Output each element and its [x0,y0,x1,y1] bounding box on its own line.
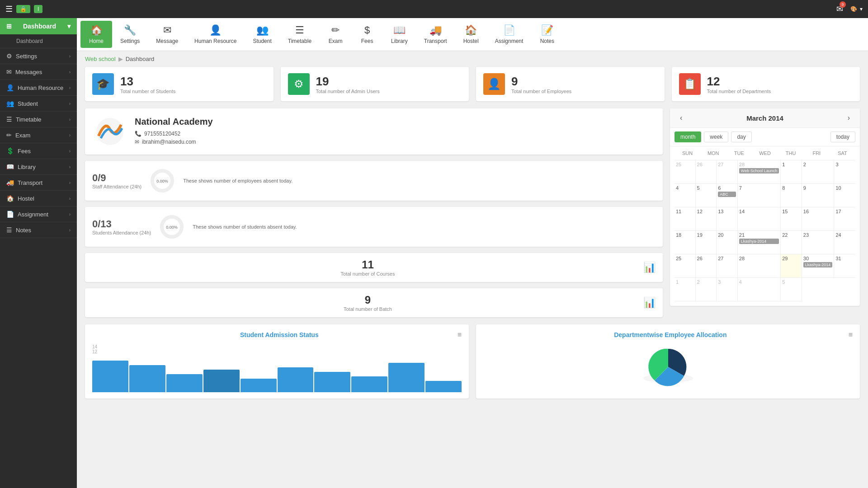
calendar-day[interactable]: 24 [834,231,855,254]
calendar-day[interactable]: 18 [675,231,696,254]
department-chart-menu[interactable]: ≡ [849,331,853,339]
calendar-day[interactable]: 29 [781,254,802,278]
top-bar-right: ✉ 9 🎨 ▾ [836,4,863,14]
sidebar-label-timetable: Timetable [16,116,42,123]
sidebar-item-hostel[interactable]: 🏠Hostel › [0,191,77,206]
cal-today-button[interactable]: today [830,131,855,142]
notification-icon[interactable]: ✉ 9 [836,4,843,14]
nav-item-hostel[interactable]: 🏠 Hostel [455,21,487,48]
cal-day-number: 5 [782,279,800,285]
calendar-day[interactable]: 3 [834,160,855,184]
sidebar-item-notes[interactable]: ☰Notes › [0,222,77,238]
hamburger-icon[interactable]: ☰ [5,4,13,14]
employees-icon-box: 👤 [483,73,505,95]
calendar-day[interactable]: 30Lkashya-2014 [802,254,835,278]
calendar-day[interactable]: 21Lkashya-2014 [738,231,781,254]
calendar-day[interactable]: 20 [717,231,738,254]
calendar-day[interactable]: 27 [717,254,738,278]
sidebar-item-assignment[interactable]: 📄Assignment › [0,206,77,222]
sidebar-item-dashboard-sub[interactable]: Dashboard [0,34,77,48]
nav-item-transport[interactable]: 🚚 Transport [416,21,455,48]
nav-item-message[interactable]: ✉ Message [148,21,186,48]
breadcrumb-root[interactable]: Web school [85,56,116,62]
cal-day-number: 5 [697,185,715,191]
calendar-day[interactable]: 12 [696,207,717,231]
nav-item-notes[interactable]: 📝 Notes [531,21,563,48]
nav-item-library[interactable]: 📖 Library [383,21,416,48]
calendar-day[interactable]: 15 [781,207,802,231]
sidebar-item-messages[interactable]: ✉Messages › [0,64,77,80]
calendar-day[interactable]: 26 [696,254,717,278]
calendar-day[interactable]: 8 [781,184,802,207]
calendar-day[interactable]: 23 [802,231,835,254]
admin-count: 19 [316,75,380,89]
stat-card-employees: 👤 9 Total number of Employees [476,67,665,101]
calendar-day[interactable]: 9 [802,184,835,207]
calendar-day[interactable]: 31 [834,254,855,278]
nav-item-assignment[interactable]: 📄 Assignment [487,21,532,48]
nav-item-settings[interactable]: 🔧 Settings [112,21,148,48]
calendar-day[interactable]: 25 [675,254,696,278]
nav-item-home[interactable]: 🏠 Home [80,21,112,48]
calendar-day[interactable]: 7 [738,184,781,207]
calendar-day[interactable]: 4 [675,184,696,207]
batch-label: Total number of Batch [92,306,643,312]
calendar-event[interactable]: Web School Launch [739,168,779,174]
calendar-day[interactable]: 13 [717,207,738,231]
calendar-day[interactable]: 22 [781,231,802,254]
calendar-event[interactable]: ABC [718,192,736,197]
nav-item-timetable[interactable]: ☰ Timetable [280,21,320,48]
calendar-day[interactable]: 19 [696,231,717,254]
calendar-day[interactable]: 14 [738,207,781,231]
cal-next-button[interactable]: › [844,113,854,123]
staff-attendance-card: 0/9 Staff Attendance (24h) 0.00% These s… [85,161,663,201]
calendar-day[interactable]: 28 [738,254,781,278]
cal-day-button[interactable]: day [731,131,751,142]
sidebar-item-library[interactable]: 📖Library › [0,159,77,175]
cal-day-number: 21 [739,232,779,238]
cal-week-button[interactable]: week [704,131,728,142]
sidebar-item-transport[interactable]: 🚚Transport › [0,175,77,191]
sidebar-item-exam[interactable]: ✏Exam › [0,127,77,143]
sidebar-label-messages: Messages [15,69,42,75]
calendar-day[interactable]: 5 [696,184,717,207]
cal-prev-button[interactable]: ‹ [676,113,686,123]
user-avatar[interactable]: 🎨 ▾ [850,6,863,12]
calendar-day[interactable]: 1 [781,160,802,184]
sidebar-item-human-resource[interactable]: 👤Human Resource › [0,80,77,96]
calendar-day[interactable]: 28Web School Launch [738,160,781,184]
nav-item-student[interactable]: 👥 Student [245,21,279,48]
calendar-event[interactable]: Lkashya-2014 [803,262,833,267]
bar-chart-bar [92,361,128,392]
nav-label-home: Home [89,38,104,44]
calendar-day[interactable]: 25 [675,160,696,184]
calendar-day[interactable]: 16 [802,207,835,231]
sidebar-item-settings[interactable]: ⚙Settings › [0,48,77,64]
sidebar-item-timetable[interactable]: ☰Timetable › [0,112,77,127]
sidebar-header[interactable]: ⊞ Dashboard ▾ [0,18,77,34]
nav-item-exam[interactable]: ✏ Exam [320,21,351,48]
staff-att-desc: These shows number of employees absent t… [183,178,656,183]
sidebar-item-student[interactable]: 👥Student › [0,96,77,112]
calendar-day[interactable]: 27 [717,160,738,184]
calendar-day[interactable]: 2 [696,278,717,301]
sidebar-item-fees[interactable]: 💲Fees › [0,143,77,159]
calendar-day[interactable]: 11 [675,207,696,231]
calendar-day[interactable]: 4 [738,278,781,301]
calendar-day[interactable]: 3 [717,278,738,301]
admission-chart-header: Student Admission Status ≡ [92,331,462,339]
lock-badge: 🔒 [16,5,30,13]
nav-item-fees[interactable]: $ Fees [351,21,383,48]
nav-label-notes: Notes [540,38,554,44]
calendar-day[interactable]: 6ABC [717,184,738,207]
calendar-day[interactable]: 26 [696,160,717,184]
calendar-day[interactable]: 2 [802,160,835,184]
admission-chart-menu[interactable]: ≡ [458,331,462,339]
calendar-event[interactable]: Lkashya-2014 [739,239,779,244]
calendar-day[interactable]: 17 [834,207,855,231]
cal-month-button[interactable]: month [675,131,701,142]
nav-item-hr[interactable]: 👤 Human Resource [186,21,245,48]
calendar-day[interactable]: 1 [675,278,696,301]
calendar-day[interactable]: 5 [781,278,802,301]
calendar-day[interactable]: 10 [834,184,855,207]
